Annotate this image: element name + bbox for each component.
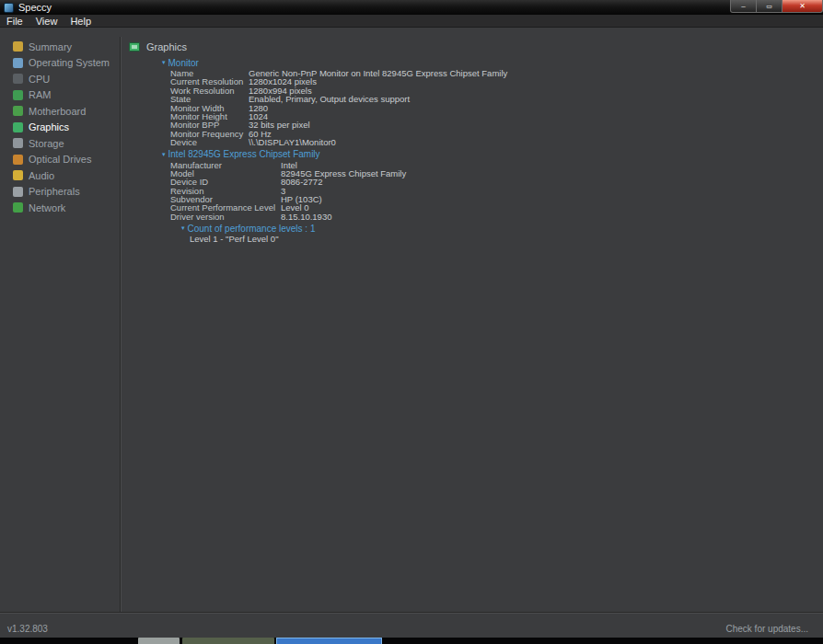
sidebar-item-label: Audio xyxy=(29,170,54,181)
row-value: \\.\DISPLAY1\Monitor0 xyxy=(249,137,336,147)
optical-drives-icon xyxy=(13,155,23,165)
taskbar-button[interactable] xyxy=(182,638,274,644)
performance-level-line: Level 1 - "Perf Level 0" xyxy=(190,235,806,243)
sidebar-item-optical-drives[interactable]: Optical Drives xyxy=(6,152,116,168)
sidebar-item-operating-system[interactable]: Operating System xyxy=(6,55,116,72)
app-icon xyxy=(4,3,14,13)
maximize-button[interactable] xyxy=(757,0,782,13)
check-for-updates-link[interactable]: Check for updates... xyxy=(726,624,809,634)
cpu-icon xyxy=(13,74,23,84)
sidebar-item-label: Network xyxy=(29,202,65,213)
spec-row: Revision3 xyxy=(170,187,806,195)
sidebar-item-label: Graphics xyxy=(29,121,69,132)
collapse-arrow-icon xyxy=(162,58,166,67)
sidebar-item-label: Optical Drives xyxy=(29,154,91,165)
spec-row: ManufacturerIntel xyxy=(170,161,806,169)
content-panel: Graphics Monitor NameGeneric Non-PnP Mon… xyxy=(129,37,810,53)
close-button[interactable] xyxy=(782,0,823,13)
collapse-arrow-icon xyxy=(162,150,166,159)
sidebar: Summary Operating System CPU RAM Motherb… xyxy=(6,39,116,216)
row-value: Enabled, Primary, Output devices support xyxy=(249,94,410,104)
graphics-icon xyxy=(13,122,23,132)
menu-bar: File View Help xyxy=(0,15,823,28)
sidebar-item-cpu[interactable]: CPU xyxy=(6,71,116,87)
sidebar-item-label: Motherboard xyxy=(29,106,86,117)
sidebar-item-label: Operating System xyxy=(29,57,110,68)
section-header-monitor[interactable]: Monitor xyxy=(162,58,806,67)
status-bar: v1.32.803 Check for updates... xyxy=(0,624,823,637)
menu-file[interactable]: File xyxy=(0,15,29,28)
spec-row: Device ID8086-2772 xyxy=(170,178,806,186)
status-divider xyxy=(0,612,823,614)
operating-system-icon xyxy=(13,58,23,68)
spec-row: Device\\.\DISPLAY1\Monitor0 xyxy=(170,138,806,146)
collapse-arrow-icon xyxy=(181,224,185,233)
spec-sections: Monitor NameGeneric Non-PnP Monitor on I… xyxy=(162,55,806,244)
sidebar-item-motherboard[interactable]: Motherboard xyxy=(6,103,116,120)
section-title: Intel 82945G Express Chipset Family xyxy=(168,149,320,159)
performance-levels-subsection: Count of performance levels : 1 Level 1 … xyxy=(181,224,806,243)
window-controls xyxy=(730,0,823,13)
sidebar-item-ram[interactable]: RAM xyxy=(6,87,116,104)
sidebar-item-graphics[interactable]: Graphics xyxy=(6,120,116,136)
row-value: 8086-2772 xyxy=(281,177,322,187)
version-label: v1.32.803 xyxy=(7,624,48,634)
sidebar-item-label: RAM xyxy=(29,89,51,100)
chipset-rows: ManufacturerIntel Model82945G Express Ch… xyxy=(170,161,806,244)
sidebar-item-label: Peripherals xyxy=(29,186,80,197)
sidebar-item-label: CPU xyxy=(29,74,50,85)
summary-icon xyxy=(13,41,23,52)
section-title: Count of performance levels : 1 xyxy=(188,224,316,234)
row-value: 8.15.10.1930 xyxy=(281,212,331,222)
ram-icon xyxy=(13,90,23,100)
peripherals-icon xyxy=(13,187,23,197)
page-header: Graphics xyxy=(129,40,810,53)
menu-help[interactable]: Help xyxy=(64,15,98,28)
spec-row: Driver version8.15.10.1930 xyxy=(170,213,806,221)
taskbar-button[interactable] xyxy=(276,638,382,644)
section-title: Monitor xyxy=(168,58,199,68)
minimize-button[interactable] xyxy=(730,0,757,13)
storage-icon xyxy=(13,138,23,148)
section-header-performance-levels[interactable]: Count of performance levels : 1 xyxy=(181,224,806,233)
sidebar-item-label: Storage xyxy=(29,138,64,149)
sidebar-item-label: Summary xyxy=(29,41,72,52)
sidebar-item-peripherals[interactable]: Peripherals xyxy=(6,184,116,201)
audio-icon xyxy=(13,170,23,180)
title-bar: Speccy xyxy=(0,0,823,15)
page-title: Graphics xyxy=(146,41,187,52)
window-title: Speccy xyxy=(18,0,52,15)
sidebar-item-network[interactable]: Network xyxy=(6,200,116,216)
monitor-rows: NameGeneric Non-PnP Monitor on Intel 829… xyxy=(170,69,806,147)
network-icon xyxy=(13,202,23,213)
section-header-chipset[interactable]: Intel 82945G Express Chipset Family xyxy=(162,150,806,159)
sidebar-item-storage[interactable]: Storage xyxy=(6,135,116,152)
spec-row: Model82945G Express Chipset Family xyxy=(170,169,806,178)
sidebar-item-audio[interactable]: Audio xyxy=(6,167,116,184)
motherboard-icon xyxy=(13,106,23,116)
graphics-page-icon xyxy=(129,42,140,52)
taskbar-button[interactable] xyxy=(138,638,180,644)
menu-view[interactable]: View xyxy=(29,15,64,28)
row-label: Driver version xyxy=(170,213,281,221)
sidebar-item-summary[interactable]: Summary xyxy=(6,39,116,55)
sidebar-content-divider xyxy=(120,37,122,612)
windows-taskbar xyxy=(0,638,823,644)
spec-row: Current Performance LevelLevel 0 xyxy=(170,203,806,212)
row-label: Device xyxy=(170,138,249,146)
